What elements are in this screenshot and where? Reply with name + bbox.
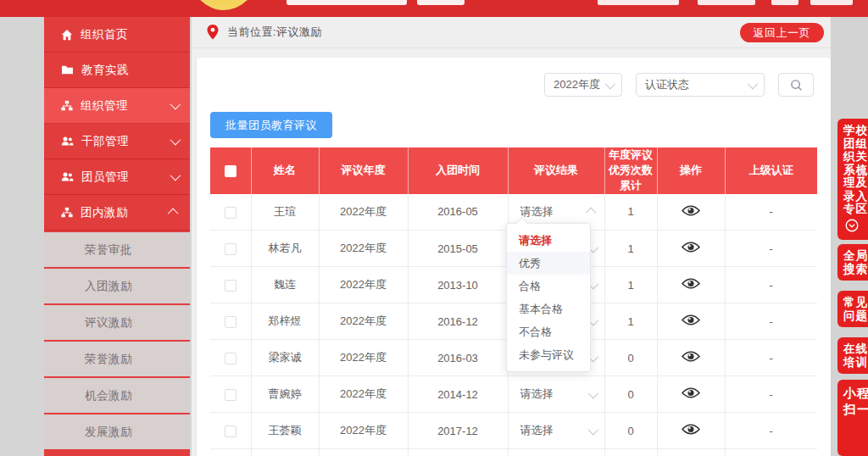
header-nav-item-clipped[interactable] bbox=[810, 0, 853, 5]
result-select-value: 请选择 bbox=[520, 386, 554, 402]
excellent-count: 1 bbox=[604, 303, 657, 340]
badge-global-search[interactable]: 全局 搜索 bbox=[837, 244, 868, 281]
back-button[interactable]: 返回上一页 bbox=[740, 23, 825, 42]
year-select-value: 2022年度 bbox=[554, 77, 600, 92]
batch-review-button[interactable]: 批量团员教育评议 bbox=[210, 112, 332, 138]
row-checkbox[interactable] bbox=[225, 207, 236, 219]
row-checkbox[interactable] bbox=[225, 316, 236, 328]
badge-text: 问题 bbox=[843, 309, 868, 323]
select-all-checkbox[interactable] bbox=[225, 165, 236, 177]
badge-text: 学校 bbox=[843, 124, 868, 137]
dropdown-option-fail[interactable]: 不合格 bbox=[507, 320, 590, 343]
badge-text: 系梳 bbox=[843, 164, 868, 177]
cert-status-select[interactable]: 认证状态 bbox=[636, 73, 765, 97]
view-eye-icon[interactable] bbox=[682, 350, 700, 363]
badge-text: 专区 bbox=[843, 203, 868, 216]
breadcrumb: 当前位置:评议激励 bbox=[227, 25, 322, 40]
view-eye-icon[interactable] bbox=[682, 277, 700, 290]
badge-school-org-entry[interactable]: 学校 团组 织关 系梳 理及 录入 专区 bbox=[837, 119, 868, 240]
row-checkbox[interactable] bbox=[225, 425, 236, 437]
badge-faq[interactable]: 常见 问题 bbox=[837, 291, 868, 327]
badge-text: 搜索 bbox=[843, 263, 868, 276]
row-checkbox[interactable] bbox=[225, 243, 236, 255]
member-name: 王瑄 bbox=[251, 194, 319, 231]
view-eye-icon[interactable] bbox=[682, 204, 700, 217]
submenu-item-review-incentive[interactable]: 评议激励 bbox=[44, 303, 190, 340]
header-nav-item-clipped[interactable] bbox=[598, 0, 679, 5]
submenu-item-honor-approval[interactable]: 荣誉审批 bbox=[44, 231, 190, 267]
join-date: 2013-10 bbox=[408, 267, 508, 303]
chevron-down-icon bbox=[170, 99, 181, 110]
location-pin-icon bbox=[207, 25, 219, 40]
sidebar-item-org-home[interactable]: 组织首页 bbox=[44, 17, 190, 53]
year-select[interactable]: 2022年度 bbox=[544, 73, 622, 97]
join-date: 2017-12 bbox=[408, 413, 508, 449]
badge-text: 培训 bbox=[843, 356, 868, 370]
submenu-item-label: 入团激励 bbox=[85, 279, 132, 294]
join-date: 2016-05 bbox=[408, 194, 508, 231]
site-subtitle-clipped bbox=[417, 0, 465, 5]
chevron-down-icon bbox=[605, 78, 616, 89]
row-checkbox[interactable] bbox=[225, 280, 236, 292]
view-eye-icon[interactable] bbox=[682, 423, 700, 436]
result-select-value: 请选择 bbox=[520, 204, 554, 220]
excellent-count: 0 bbox=[604, 340, 657, 376]
view-eye-icon[interactable] bbox=[682, 386, 700, 399]
badge-online-training[interactable]: 在线 培训 bbox=[837, 337, 868, 374]
search-button[interactable] bbox=[778, 73, 814, 97]
superior-cert: - bbox=[725, 340, 817, 376]
review-year: 2022年度 bbox=[319, 231, 408, 267]
superior-cert: - bbox=[725, 231, 817, 267]
dropdown-option-excellent[interactable]: 优秀 bbox=[507, 252, 590, 275]
search-icon bbox=[790, 79, 803, 92]
submenu-item-development-incentive[interactable]: 发展激励 bbox=[44, 413, 190, 449]
cert-status-value: 认证状态 bbox=[645, 77, 689, 92]
result-select[interactable]: 请选择 bbox=[509, 423, 604, 438]
row-checkbox[interactable] bbox=[225, 353, 236, 364]
sidebar-item-member-management[interactable]: 团员管理 bbox=[44, 159, 190, 195]
sidebar-item-label: 组织管理 bbox=[81, 98, 170, 114]
sidebar-item-label: 教育实践 bbox=[81, 63, 178, 78]
result-select[interactable]: 请选择 bbox=[509, 386, 604, 402]
badge-mini-program-scan[interactable]: 小程序 扫一扫 bbox=[837, 380, 868, 456]
league-emblem-logo bbox=[192, 0, 256, 10]
table-row: 曹婉婷 2022年度 2014-12 请选择 0 - bbox=[210, 376, 817, 413]
col-superior-cert: 上级认证 bbox=[725, 147, 817, 194]
submenu-item-opportunity-incentive[interactable]: 机会激励 bbox=[44, 376, 190, 413]
superior-cert: - bbox=[725, 194, 817, 231]
dropdown-option-placeholder[interactable]: 请选择 bbox=[507, 229, 590, 252]
badge-text: 全局 bbox=[843, 249, 868, 263]
submenu-item-join-incentive[interactable]: 入团激励 bbox=[44, 267, 190, 303]
sidebar-item-label: 团内激励 bbox=[81, 205, 170, 220]
header-nav-item-clipped[interactable] bbox=[698, 0, 755, 5]
chevron-down-icon bbox=[748, 78, 759, 89]
header-nav-item-clipped[interactable] bbox=[771, 0, 798, 5]
sidebar-item-clipped[interactable] bbox=[44, 449, 190, 456]
sidebar-nav: 组织首页 教育实践 组织管理 干部管理 团员管理 团内激励 荣誉审批 入团激励 … bbox=[44, 17, 190, 456]
sidebar-item-org-management[interactable]: 组织管理 bbox=[44, 88, 190, 124]
sidebar-item-education-practice[interactable]: 教育实践 bbox=[44, 53, 190, 88]
dropdown-option-not-participated[interactable]: 未参与评议 bbox=[507, 343, 590, 366]
submenu-item-honor-incentive[interactable]: 荣誉激励 bbox=[44, 340, 190, 376]
excellent-count: 0 bbox=[604, 413, 657, 449]
submenu-item-label: 荣誉审批 bbox=[85, 242, 132, 258]
result-select-value: 请选择 bbox=[520, 423, 554, 438]
dropdown-option-basic-pass[interactable]: 基本合格 bbox=[507, 298, 590, 320]
badge-text: 在线 bbox=[843, 342, 868, 356]
badge-text: 扫一扫 bbox=[843, 401, 868, 417]
dropdown-option-pass[interactable]: 合格 bbox=[507, 275, 590, 298]
filter-bar: 2022年度 认证状态 bbox=[544, 73, 814, 97]
folder-icon bbox=[61, 64, 74, 75]
sidebar-item-cadre-management[interactable]: 干部管理 bbox=[44, 124, 190, 159]
view-eye-icon[interactable] bbox=[682, 314, 700, 326]
chevron-up-icon bbox=[585, 208, 596, 219]
member-name: 梁家诚 bbox=[251, 340, 319, 376]
review-year: 2022年度 bbox=[319, 267, 408, 303]
row-checkbox[interactable] bbox=[225, 389, 236, 401]
view-eye-icon[interactable] bbox=[682, 241, 700, 253]
superior-cert: - bbox=[725, 376, 817, 413]
table-row-clipped bbox=[210, 449, 817, 456]
sidebar-item-internal-incentive[interactable]: 团内激励 bbox=[44, 195, 190, 231]
badge-text: 织关 bbox=[843, 150, 868, 164]
col-actions: 操作 bbox=[657, 147, 725, 194]
